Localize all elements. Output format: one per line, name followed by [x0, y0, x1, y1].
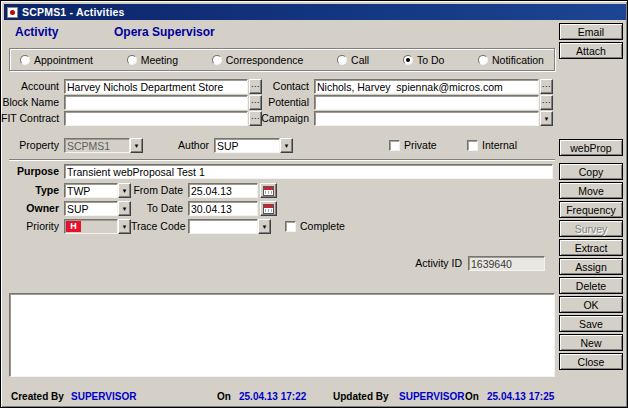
priority-value-badge: H — [66, 221, 81, 232]
block-name-label: Block Name — [1, 95, 61, 110]
fit-contract-label: FIT Contract — [1, 111, 61, 126]
complete-label: Complete — [300, 219, 345, 234]
potential-label: Potential — [251, 95, 311, 110]
radio-icon[interactable] — [403, 55, 413, 65]
frequency-button[interactable]: Frequency — [559, 201, 623, 218]
to-date-label: To Date — [131, 201, 185, 216]
calendar-icon — [263, 186, 274, 196]
calendar-icon — [263, 204, 274, 214]
top-button-column: EmailAttach — [559, 23, 623, 59]
created-by-value: SUPERVISOR — [71, 391, 136, 402]
email-button[interactable]: Email — [559, 23, 623, 40]
type-label: Type — [1, 183, 61, 198]
notes-textarea[interactable] — [9, 293, 555, 377]
fit-contract-field[interactable] — [64, 111, 248, 126]
activities-window: SCPMS1 - Activities Activity Opera Super… — [0, 0, 628, 408]
from-date-field[interactable] — [188, 183, 258, 198]
author-label: Author — [151, 138, 211, 153]
supervisor-name: Opera Supervisor — [114, 25, 215, 39]
ok-button[interactable]: OK — [559, 296, 623, 313]
property-dropdown-button[interactable]: ▼ — [130, 138, 143, 153]
created-by-label: Created By — [11, 391, 64, 402]
from-date-calendar-button[interactable] — [260, 183, 277, 198]
type-dropdown-button[interactable]: ▼ — [118, 183, 131, 198]
save-button[interactable]: Save — [559, 315, 623, 332]
activity-type-to-do[interactable]: To Do — [403, 54, 444, 66]
purpose-field[interactable] — [64, 164, 553, 179]
activity-id-field — [468, 256, 545, 271]
radio-icon[interactable] — [127, 55, 137, 65]
author-dropdown-button[interactable]: ▼ — [280, 138, 293, 153]
internal-checkbox[interactable] — [467, 140, 478, 151]
chevron-down-icon: ▼ — [122, 206, 128, 212]
activity-type-meeting[interactable]: Meeting — [127, 54, 178, 66]
complete-checkbox[interactable] — [285, 221, 296, 232]
webprop-button[interactable]: webProp — [559, 139, 623, 156]
contact-field[interactable] — [314, 79, 539, 94]
potential-field[interactable] — [314, 95, 539, 110]
delete-button[interactable]: Delete — [559, 277, 623, 294]
account-label: Account — [1, 79, 61, 94]
account-field[interactable] — [64, 79, 248, 94]
contact-lookup-button[interactable]: ... — [540, 79, 553, 94]
trace-code-dropdown-button[interactable]: ▼ — [258, 219, 271, 234]
property-field — [64, 138, 130, 153]
attach-button[interactable]: Attach — [559, 42, 623, 59]
to-date-calendar-button[interactable] — [260, 201, 277, 216]
radio-icon[interactable] — [20, 55, 30, 65]
to-date-field[interactable] — [188, 201, 258, 216]
radio-label: Meeting — [141, 54, 178, 66]
campaign-dropdown-button[interactable]: ▼ — [540, 111, 553, 126]
priority-label: Priority — [1, 219, 61, 234]
private-label: Private — [404, 138, 437, 153]
trace-code-field[interactable] — [188, 219, 258, 234]
owner-label: Owner — [1, 201, 61, 216]
owner-field[interactable] — [64, 201, 118, 216]
side-button-column: webPropCopyMoveFrequencySurveyExtractAss… — [559, 139, 623, 370]
radio-label: Call — [351, 54, 369, 66]
type-field[interactable] — [64, 183, 118, 198]
extract-button[interactable]: Extract — [559, 239, 623, 256]
priority-dropdown-button[interactable]: ▼ — [118, 219, 131, 234]
copy-button[interactable]: Copy — [559, 163, 623, 180]
activity-type-call[interactable]: Call — [337, 54, 369, 66]
move-button[interactable]: Move — [559, 182, 623, 199]
author-field[interactable] — [214, 138, 280, 153]
radio-icon[interactable] — [212, 55, 222, 65]
activity-type-appointment[interactable]: Appointment — [20, 54, 93, 66]
block-name-field[interactable] — [64, 95, 248, 110]
radio-label: Appointment — [34, 54, 93, 66]
property-label: Property — [1, 138, 61, 153]
owner-dropdown-button[interactable]: ▼ — [118, 201, 131, 216]
close-button[interactable]: Close — [559, 353, 623, 370]
campaign-field[interactable] — [314, 111, 539, 126]
activity-type-options: AppointmentMeetingCorrespondenceCallTo D… — [10, 49, 554, 70]
updated-by-value: SUPERVISOR — [399, 391, 464, 402]
chevron-down-icon: ▼ — [122, 224, 128, 230]
radio-icon[interactable] — [478, 55, 488, 65]
priority-field[interactable]: H — [64, 219, 118, 234]
contact-label: Contact — [251, 79, 311, 94]
radio-label: To Do — [417, 54, 444, 66]
activity-id-label: Activity ID — [391, 256, 464, 271]
radio-icon[interactable] — [337, 55, 347, 65]
radio-label: Notification — [492, 54, 544, 66]
updated-on-value: 25.04.13 17:25 — [487, 391, 554, 402]
chevron-down-icon: ▼ — [284, 143, 290, 149]
assign-button[interactable]: Assign — [559, 258, 623, 275]
titlebar[interactable]: SCPMS1 - Activities — [4, 4, 626, 20]
chevron-down-icon: ▼ — [134, 143, 140, 149]
activity-type-notification[interactable]: Notification — [478, 54, 544, 66]
chevron-down-icon: ▼ — [262, 224, 268, 230]
survey-button: Survey — [559, 220, 623, 237]
from-date-label: From Date — [131, 183, 185, 198]
activity-type-correspondence[interactable]: Correspondence — [212, 54, 304, 66]
created-on-label: On — [217, 391, 231, 402]
potential-lookup-button[interactable]: ... — [540, 95, 553, 110]
updated-by-label: Updated By — [333, 391, 389, 402]
trace-code-label: Trace Code — [131, 219, 185, 234]
new-button[interactable]: New — [559, 334, 623, 351]
app-icon — [7, 7, 18, 18]
private-checkbox[interactable] — [389, 140, 400, 151]
window-title: SCPMS1 - Activities — [22, 6, 125, 18]
